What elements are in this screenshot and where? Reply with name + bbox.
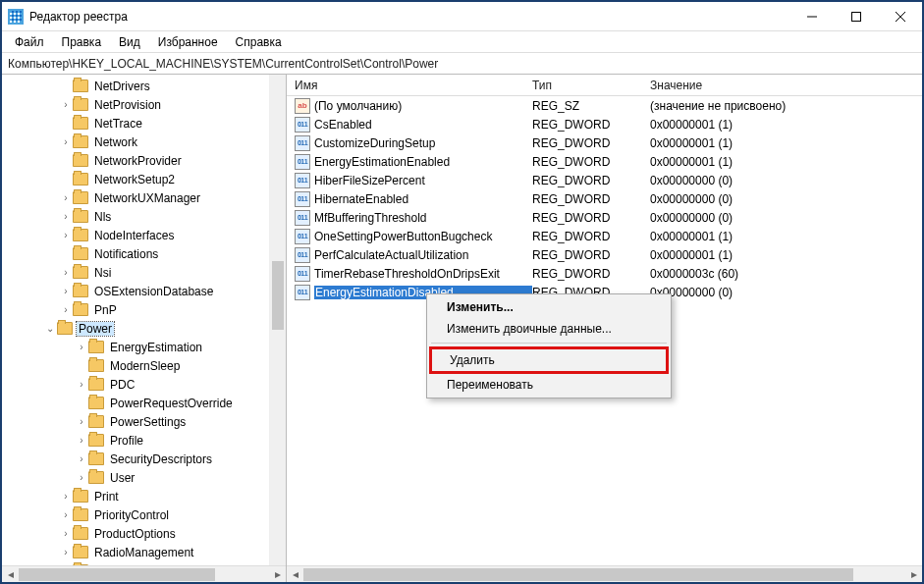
value-row[interactable]: 011HibernateEnabledREG_DWORD0x00000000 (… (287, 189, 922, 208)
minimize-button[interactable] (789, 3, 834, 30)
scroll-left-icon[interactable]: ◂ (287, 566, 303, 583)
value-row[interactable]: 011EnergyEstimationEnabledREG_DWORD0x000… (287, 152, 922, 171)
tree-item[interactable]: ›Nls (2, 207, 286, 226)
tree-item[interactable]: ›NetworkSetup2 (2, 170, 286, 188)
tree-item[interactable]: ›Profile (2, 431, 286, 450)
tree-item[interactable]: ›Network (2, 133, 286, 151)
tree-hscroll-thumb[interactable] (19, 568, 215, 581)
tree-item[interactable]: ›OSExtensionDatabase (2, 282, 286, 300)
tree-item[interactable]: ›Notifications (2, 244, 286, 263)
chevron-right-icon: › (59, 118, 73, 129)
chevron-right-icon[interactable]: › (59, 304, 73, 315)
tree-item[interactable]: ›RadioManagement (2, 543, 286, 561)
binary-value-icon: 011 (295, 285, 310, 300)
folder-icon (88, 359, 104, 372)
value-row[interactable]: 011TimerRebaseThresholdOnDripsExitREG_DW… (287, 264, 922, 283)
binary-value-icon: 011 (295, 135, 310, 151)
chevron-right-icon[interactable]: › (59, 192, 73, 203)
chevron-right-icon[interactable]: › (59, 136, 73, 147)
chevron-right-icon[interactable]: › (75, 416, 88, 427)
binary-value-icon: 011 (295, 229, 310, 244)
value-data: 0x00000001 (1) (650, 136, 922, 150)
tree-view[interactable]: ›NetDrivers›NetProvision›NetTrace›Networ… (2, 75, 286, 565)
binary-value-icon: 011 (295, 154, 310, 170)
menu-view[interactable]: Вид (112, 33, 147, 51)
maximize-button[interactable] (834, 3, 878, 30)
value-name: OneSettingPowerButtonBugcheck (314, 230, 532, 243)
value-row[interactable]: 011CsEnabledREG_DWORD0x00000001 (1) (287, 115, 922, 133)
scroll-right-icon[interactable]: ▸ (269, 566, 286, 583)
tree-item[interactable]: ›NetProvision (2, 95, 286, 114)
value-name: PerfCalculateActualUtilization (314, 248, 532, 262)
context-delete[interactable]: Удалить (429, 346, 669, 374)
chevron-right-icon[interactable]: › (59, 286, 73, 296)
value-type: REG_DWORD (532, 192, 650, 206)
tree-item[interactable]: ›NetTrace (2, 114, 286, 133)
chevron-right-icon[interactable]: › (59, 230, 73, 240)
tree-item[interactable]: ›ProductOptions (2, 524, 286, 543)
chevron-right-icon[interactable]: › (75, 435, 88, 446)
tree-scroll-thumb[interactable] (272, 261, 284, 330)
chevron-right-icon[interactable]: › (59, 211, 73, 222)
value-row[interactable]: 011HiberFileSizePercentREG_DWORD0x000000… (287, 171, 922, 189)
tree-item[interactable]: ›EnergyEstimation (2, 338, 286, 356)
tree-item[interactable]: ›PowerRequestOverride (2, 394, 286, 412)
column-type[interactable]: Тип (532, 79, 650, 92)
list-horizontal-scrollbar[interactable]: ◂ ▸ (287, 565, 922, 582)
tree-item[interactable]: ›PowerSettings (2, 412, 286, 431)
tree-item[interactable]: ›SecurityDescriptors (2, 450, 286, 468)
chevron-right-icon[interactable]: › (75, 342, 88, 352)
chevron-right-icon[interactable]: › (59, 528, 73, 539)
list-hscroll-thumb[interactable] (303, 568, 853, 581)
chevron-right-icon[interactable]: › (75, 379, 88, 390)
tree-item[interactable]: ›NodeInterfaces (2, 226, 286, 244)
chevron-right-icon[interactable]: › (59, 267, 73, 278)
tree-item[interactable]: ›NetDrivers (2, 77, 286, 95)
context-modify-binary[interactable]: Изменить двоичные данные... (429, 318, 669, 340)
tree-item[interactable]: ›User (2, 468, 286, 487)
tree-item[interactable]: ›ModernSleep (2, 356, 286, 375)
tree-item[interactable]: ›PDC (2, 375, 286, 394)
folder-icon (73, 80, 88, 92)
value-row[interactable]: 011OneSettingPowerButtonBugcheckREG_DWOR… (287, 227, 922, 245)
menu-file[interactable]: Файл (8, 33, 51, 51)
chevron-right-icon[interactable]: › (75, 453, 88, 464)
chevron-down-icon[interactable]: ⌄ (43, 323, 57, 334)
tree-item[interactable]: ⌄Power (2, 319, 286, 338)
context-rename[interactable]: Переименовать (429, 374, 669, 396)
menu-help[interactable]: Справка (229, 33, 289, 51)
value-row[interactable]: 011CustomizeDuringSetupREG_DWORD0x000000… (287, 133, 922, 152)
value-row[interactable]: 011MfBufferingThresholdREG_DWORD0x000000… (287, 208, 922, 227)
chevron-right-icon: › (59, 80, 73, 91)
chevron-right-icon[interactable]: › (59, 547, 73, 557)
tree-panel: ›NetDrivers›NetProvision›NetTrace›Networ… (2, 75, 287, 582)
value-row[interactable]: ab(По умолчанию)REG_SZ(значение не присв… (287, 96, 922, 115)
tree-item[interactable]: ›NetworkUXManager (2, 188, 286, 207)
value-name: CsEnabled (314, 118, 532, 132)
chevron-right-icon[interactable]: › (59, 99, 73, 110)
value-type: REG_DWORD (532, 267, 650, 281)
tree-item[interactable]: ›PriorityControl (2, 505, 286, 524)
chevron-right-icon[interactable]: › (59, 509, 73, 520)
tree-vertical-scrollbar[interactable] (269, 75, 286, 565)
column-value[interactable]: Значение (650, 79, 922, 92)
tree-item[interactable]: ›PnP (2, 300, 286, 319)
chevron-right-icon[interactable]: › (75, 472, 88, 483)
value-row[interactable]: 011PerfCalculateActualUtilizationREG_DWO… (287, 245, 922, 264)
menu-favorites[interactable]: Избранное (151, 33, 225, 51)
chevron-right-icon[interactable]: › (59, 491, 73, 502)
folder-icon (73, 135, 88, 148)
column-name[interactable]: Имя (287, 79, 532, 92)
scroll-right-icon[interactable]: ▸ (905, 566, 922, 583)
tree-item[interactable]: ›Print (2, 487, 286, 505)
tree-item[interactable]: ›Nsi (2, 263, 286, 282)
close-button[interactable] (878, 3, 922, 30)
folder-icon (73, 98, 88, 111)
address-bar[interactable]: Компьютер\HKEY_LOCAL_MACHINE\SYSTEM\Curr… (2, 53, 922, 75)
folder-icon (73, 527, 88, 540)
scroll-left-icon[interactable]: ◂ (2, 566, 19, 583)
tree-item[interactable]: ›NetworkProvider (2, 151, 286, 170)
menu-edit[interactable]: Правка (55, 33, 109, 51)
tree-horizontal-scrollbar[interactable]: ◂ ▸ (2, 565, 286, 582)
context-modify[interactable]: Изменить... (429, 296, 669, 318)
